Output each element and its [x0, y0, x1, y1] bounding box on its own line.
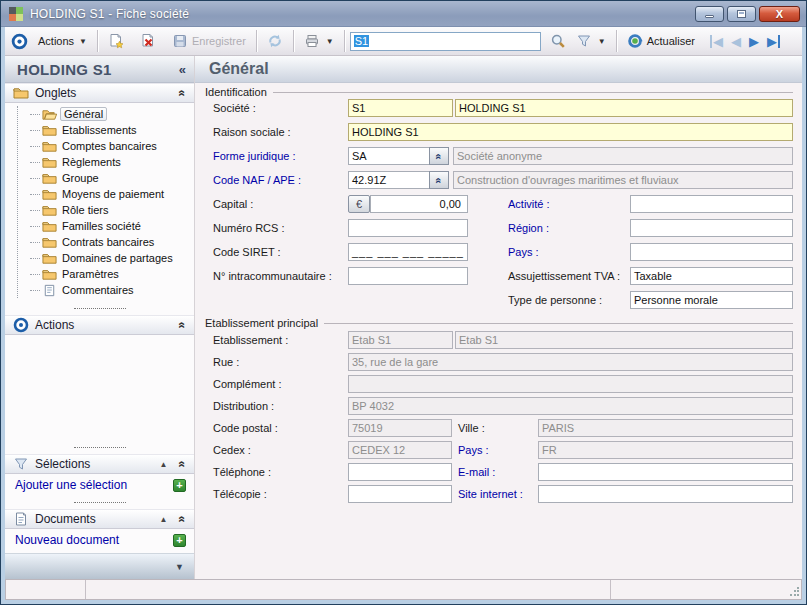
- pays-label[interactable]: Pays :: [508, 246, 539, 258]
- actions-menu-label: Actions: [38, 35, 74, 47]
- close-button[interactable]: X: [759, 6, 800, 22]
- pays-etab-label[interactable]: Pays :: [458, 444, 489, 456]
- first-record-button[interactable]: ◀: [706, 34, 727, 49]
- collapse-sidebar-icon[interactable]: «: [179, 62, 186, 77]
- chevron-down-icon: ▼: [79, 37, 87, 46]
- forme-juridique-combo-value[interactable]: SA: [348, 147, 430, 165]
- save-button[interactable]: Enregistrer: [167, 31, 251, 51]
- panel-header-onglets[interactable]: Onglets «: [5, 83, 194, 103]
- folder-icon: [42, 139, 57, 154]
- distribution-label: Distribution :: [213, 400, 274, 412]
- cedex-field: CEDEX 12: [348, 441, 452, 459]
- tab-parametres[interactable]: Paramètres: [42, 266, 194, 282]
- last-record-button[interactable]: ▶: [763, 34, 784, 49]
- minimize-icon: [705, 15, 714, 18]
- tab-role-tiers[interactable]: Rôle tiers: [42, 202, 194, 218]
- add-selection-link[interactable]: Ajouter une sélection: [15, 478, 173, 492]
- new-document-link[interactable]: Nouveau document: [15, 533, 173, 547]
- print-options-button[interactable]: ▼: [325, 35, 339, 48]
- tab-moyens-de-paiement[interactable]: Moyens de paiement: [42, 186, 194, 202]
- selections-panel-label: Sélections: [35, 457, 153, 471]
- forme-juridique-label[interactable]: Forme juridique :: [213, 150, 296, 162]
- actualiser-button[interactable]: Actualiser: [622, 31, 700, 51]
- sidebar-collapse-bar[interactable]: ▼: [5, 553, 194, 579]
- refresh-button[interactable]: [262, 31, 288, 51]
- forme-juridique-desc-field: Société anonyme: [453, 147, 793, 165]
- type-personne-field[interactable]: Personne morale: [630, 291, 793, 309]
- site-internet-label[interactable]: Site internet :: [458, 488, 523, 500]
- raison-sociale-field[interactable]: HOLDING S1: [348, 123, 793, 141]
- documents-panel-label: Documents: [35, 512, 153, 526]
- filter-button[interactable]: [571, 31, 597, 51]
- tab-domaines-de-partages[interactable]: Domaines de partages: [42, 250, 194, 266]
- email-field[interactable]: [538, 463, 793, 481]
- tab-general[interactable]: Général: [42, 106, 194, 122]
- intracommunautaire-field[interactable]: [348, 267, 468, 285]
- main-panel: Général Identification Société : S1 HOLD…: [195, 56, 802, 579]
- societe-label: Société :: [213, 102, 256, 114]
- code-naf-combo-button[interactable]: «: [429, 171, 449, 189]
- rue-field: 35, rue de la gare: [348, 353, 793, 371]
- euro-currency-button[interactable]: €: [348, 195, 370, 213]
- actions-panel-label: Actions: [35, 318, 173, 332]
- search-button[interactable]: [545, 31, 571, 51]
- tree-item-label: Paramètres: [62, 268, 119, 280]
- resize-grip[interactable]: [789, 587, 799, 597]
- filter-options-button[interactable]: ▼: [597, 35, 611, 48]
- tab-etablissements[interactable]: Etablissements: [42, 122, 194, 138]
- numero-rcs-field[interactable]: [348, 219, 468, 237]
- pays-field[interactable]: [630, 243, 793, 261]
- assujettissement-tva-label: Assujettissement TVA :: [508, 270, 620, 282]
- collapse-panel-icon[interactable]: «: [176, 90, 190, 97]
- telephone-field[interactable]: [348, 463, 452, 481]
- status-panel-3: [611, 580, 801, 599]
- region-field[interactable]: [630, 219, 793, 237]
- onglets-tree: Général Etablissements Comptes bancaires…: [5, 103, 194, 302]
- new-document-plus-button[interactable]: +: [173, 534, 186, 547]
- delete-record-button[interactable]: [135, 31, 161, 51]
- collapse-panel-icon[interactable]: «: [176, 461, 190, 468]
- capital-field[interactable]: 0,00: [370, 195, 468, 213]
- tab-contrats-bancaires[interactable]: Contrats bancaires: [42, 234, 194, 250]
- new-record-button[interactable]: [103, 31, 129, 51]
- activite-label[interactable]: Activité :: [508, 198, 550, 210]
- region-label[interactable]: Région :: [508, 222, 549, 234]
- tab-familles-societe[interactable]: Familles société: [42, 218, 194, 234]
- forme-juridique-combo-button[interactable]: «: [429, 147, 449, 165]
- maximize-button[interactable]: [727, 6, 756, 22]
- scroll-up-icon[interactable]: ▲: [159, 460, 167, 469]
- print-button[interactable]: [299, 31, 325, 51]
- panel-header-documents[interactable]: Documents ▲ «: [5, 509, 194, 529]
- societe-name-field[interactable]: HOLDING S1: [455, 99, 793, 117]
- previous-record-button[interactable]: ◀: [727, 34, 745, 49]
- search-input[interactable]: S1: [350, 32, 541, 51]
- bullseye-icon: [13, 317, 29, 333]
- email-label[interactable]: E-mail :: [458, 466, 495, 478]
- activite-field[interactable]: [630, 195, 793, 213]
- telecopie-field[interactable]: [348, 485, 452, 503]
- documents-row: Nouveau document +: [5, 529, 194, 551]
- status-bar: [5, 579, 802, 600]
- minimize-button[interactable]: [695, 6, 724, 22]
- tab-comptes-bancaires[interactable]: Comptes bancaires: [42, 138, 194, 154]
- tab-groupe[interactable]: Groupe: [42, 170, 194, 186]
- code-siret-field[interactable]: ___ ___ ___ _____: [348, 243, 468, 261]
- code-naf-label[interactable]: Code NAF / APE :: [213, 174, 301, 186]
- add-selection-plus-button[interactable]: +: [173, 479, 186, 492]
- scroll-up-icon[interactable]: ▲: [159, 515, 167, 524]
- collapse-panel-icon[interactable]: «: [176, 516, 190, 523]
- panel-header-actions[interactable]: Actions «: [5, 315, 194, 335]
- next-record-button[interactable]: ▶: [745, 34, 763, 49]
- assujettissement-tva-field[interactable]: Taxable: [630, 267, 793, 285]
- site-internet-field[interactable]: [538, 485, 793, 503]
- actualiser-label: Actualiser: [647, 35, 695, 47]
- first-record-icon: ◀: [710, 35, 723, 48]
- filter-funnel-icon: [576, 33, 592, 49]
- tab-reglements[interactable]: Règlements: [42, 154, 194, 170]
- societe-code-field[interactable]: S1: [348, 99, 453, 117]
- collapse-panel-icon[interactable]: «: [176, 322, 190, 329]
- panel-header-selections[interactable]: Sélections ▲ «: [5, 454, 194, 474]
- code-naf-combo-value[interactable]: 42.91Z: [348, 171, 430, 189]
- tab-commentaires[interactable]: Commentaires: [42, 282, 194, 298]
- actions-menu-button[interactable]: Actions▼: [33, 33, 92, 49]
